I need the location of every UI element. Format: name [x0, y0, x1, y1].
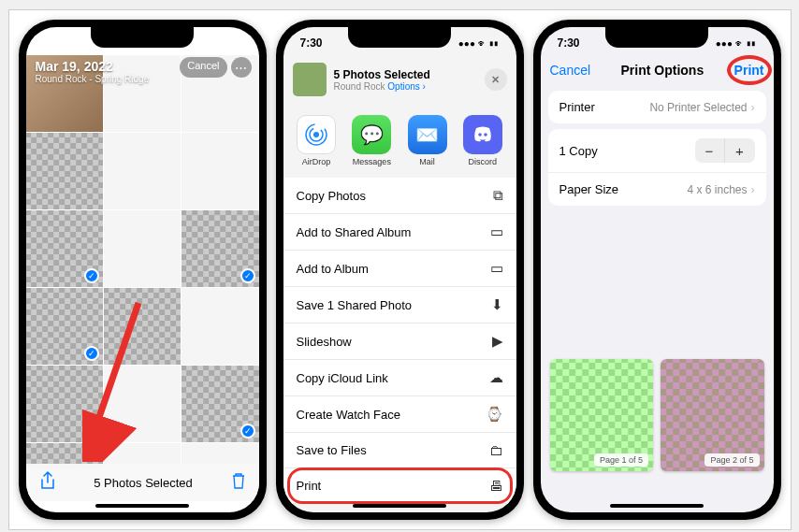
photo-thumbnail[interactable] [104, 288, 181, 365]
notch [348, 27, 451, 48]
mail-label: Mail [419, 157, 435, 166]
nav-bar: Cancel Print Options Print [541, 55, 774, 85]
shared-album-action[interactable]: Add to Shared Album▭ [283, 214, 516, 251]
chevron-right-icon: › [751, 101, 755, 114]
selection-count: 5 Photos Selected [94, 476, 193, 490]
discord-app[interactable]: Discord [458, 115, 508, 166]
save-files-action[interactable]: Save to Files🗀 [283, 433, 516, 468]
copies-label: 1 Copy [559, 144, 598, 158]
copies-stepper: − + [695, 138, 755, 163]
photo-thumbnail[interactable] [26, 133, 103, 209]
increment-button[interactable]: + [725, 138, 755, 163]
photo-thumbnail[interactable] [182, 133, 258, 209]
status-icons: ●●● ᯤ ▮▮ [201, 38, 242, 49]
selection-check-icon: ✓ [84, 346, 99, 361]
more-button[interactable]: ⋯ [231, 57, 252, 78]
delete-button[interactable] [231, 472, 246, 494]
copies-row: 1 Copy − + [548, 129, 766, 173]
printer-label: Printer [559, 100, 595, 114]
photos-header: Mar 19, 2022 Round Rock - Spring Ridge [26, 55, 159, 92]
download-icon: ⬇ [491, 296, 503, 313]
annotation-highlight [727, 55, 772, 85]
status-icons: ●●● ᯤ ▮▮ [458, 38, 500, 49]
photo-thumbnail[interactable] [104, 133, 181, 209]
copy-photos-action[interactable]: Copy Photos⧉ [283, 178, 516, 214]
phone-print-options: 7:30 ●●● ᯤ ▮▮ Cancel Print Options Print… [533, 20, 781, 520]
paper-label: Paper Size [559, 182, 619, 196]
selection-check-icon: ✓ [84, 268, 99, 283]
folder-icon: 🗀 [489, 442, 503, 458]
status-time: 7:30 [300, 36, 323, 50]
paper-size-row[interactable]: Paper Size 4 x 6 inches› [548, 173, 766, 206]
mail-app[interactable]: ✉️ Mail [402, 115, 453, 166]
photo-thumbnail[interactable] [104, 366, 181, 442]
photos-date: Mar 19, 2022 [36, 59, 150, 74]
photo-thumbnail[interactable]: ✓ [182, 210, 258, 287]
page-badge: Page 1 of 5 [594, 453, 648, 467]
page-preview[interactable]: Page 2 of 5 [661, 359, 764, 471]
home-indicator[interactable] [353, 504, 446, 508]
print-action[interactable]: Print🖶 [283, 468, 516, 504]
close-button[interactable]: ✕ [485, 68, 507, 91]
cancel-button[interactable]: Cancel [550, 63, 591, 78]
options-link[interactable]: Options › [387, 81, 426, 92]
decrement-button[interactable]: − [695, 138, 725, 163]
photo-grid: ✓ ✓ ✓ ✓ ✓ [26, 55, 259, 468]
watch-face-action[interactable]: Create Watch Face⌚ [283, 396, 516, 433]
home-indicator[interactable] [95, 504, 189, 508]
printer-block: Printer No Printer Selected› [548, 91, 766, 123]
copy-icon: ⧉ [493, 187, 503, 204]
phone-photos-selection: 7:30 ●●● ᯤ ▮▮ Mar 19, 2022 Round Rock - … [19, 20, 267, 520]
home-indicator[interactable] [610, 504, 704, 508]
share-title: 5 Photos Selected [334, 68, 477, 81]
svg-point-5 [484, 133, 487, 137]
share-thumbnail [293, 63, 327, 96]
bottom-toolbar: 5 Photos Selected [26, 464, 259, 501]
photo-thumbnail[interactable]: ✓ [26, 210, 103, 287]
photo-thumbnail[interactable] [104, 210, 181, 287]
airdrop-label: AirDrop [302, 157, 331, 166]
chevron-right-icon: › [751, 183, 755, 196]
selection-check-icon: ✓ [240, 268, 255, 283]
notch [605, 27, 708, 48]
messages-label: Messages [353, 157, 391, 166]
shared-album-icon: ▭ [490, 223, 503, 240]
slideshow-action[interactable]: Slideshow▶ [283, 324, 516, 360]
printer-icon: 🖶 [489, 478, 503, 494]
svg-point-1 [313, 132, 319, 137]
messages-app[interactable]: 💬 Messages [346, 115, 397, 166]
action-list: Copy Photos⧉ Add to Shared Album▭ Add to… [283, 178, 516, 504]
photo-thumbnail[interactable]: ✓ [26, 288, 103, 365]
notch [91, 27, 194, 48]
page-badge: Page 2 of 5 [705, 453, 759, 467]
share-button[interactable] [39, 471, 56, 495]
airdrop-app[interactable]: AirDrop [291, 115, 341, 166]
status-time: 7:30 [43, 36, 65, 50]
play-icon: ▶ [492, 333, 503, 350]
page-title: Print Options [621, 63, 705, 78]
paper-value: 4 x 6 inches [687, 183, 747, 196]
add-album-action[interactable]: Add to Album▭ [283, 251, 516, 287]
print-preview-row: Page 1 of 5 Page 2 of 5 [541, 359, 774, 471]
print-button[interactable]: Print [734, 63, 764, 78]
selection-check-icon: ✓ [240, 424, 255, 439]
options-block: 1 Copy − + Paper Size 4 x 6 inches› [548, 129, 766, 206]
printer-row[interactable]: Printer No Printer Selected› [548, 91, 766, 123]
cloud-icon: ☁ [489, 369, 503, 386]
status-time: 7:30 [558, 36, 580, 50]
photo-thumbnail[interactable]: ✓ [182, 366, 258, 442]
page-preview[interactable]: Page 1 of 5 [550, 359, 654, 471]
photo-thumbnail[interactable] [26, 366, 103, 442]
icloud-link-action[interactable]: Copy iCloud Link☁ [283, 360, 516, 396]
phone-share-sheet: 7:30 ●●● ᯤ ▮▮ 5 Photos Selected Round Ro… [276, 20, 524, 520]
status-icons: ●●● ᯤ ▮▮ [716, 38, 757, 49]
photo-thumbnail[interactable] [182, 288, 258, 365]
save-shared-action[interactable]: Save 1 Shared Photo⬇ [283, 287, 516, 324]
watch-icon: ⌚ [486, 406, 503, 423]
share-header: 5 Photos Selected Round Rock Options › ✕ [283, 55, 516, 104]
discord-label: Discord [469, 157, 498, 166]
share-apps-row: AirDrop 💬 Messages ✉️ Mail Discord [283, 104, 516, 178]
share-location: Round Rock [334, 81, 385, 92]
photos-location: Round Rock - Spring Ridge [36, 74, 150, 84]
cancel-button[interactable]: Cancel [180, 57, 226, 78]
